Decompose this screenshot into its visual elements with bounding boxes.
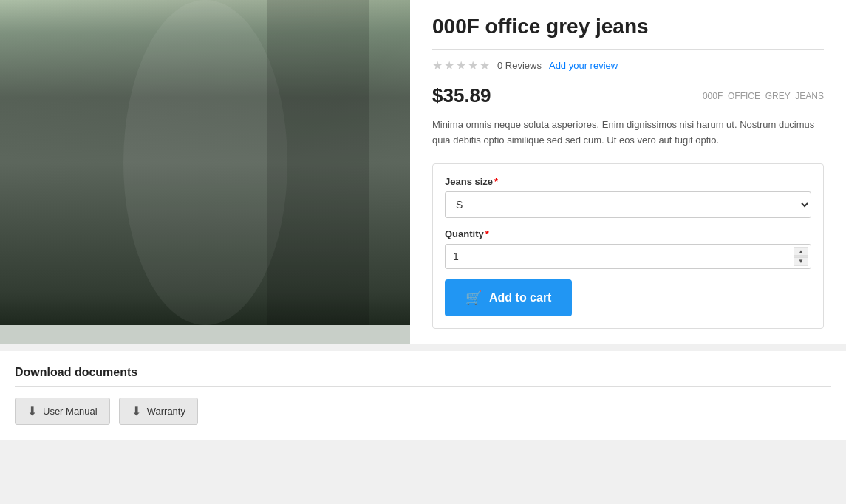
- product-price: $35.89: [432, 84, 491, 107]
- download-section-title: Download documents: [15, 366, 831, 387]
- product-description: Minima omnis neque soluta asperiores. En…: [432, 118, 824, 149]
- options-box: Jeans size* XS S M L XL Quantity*: [432, 163, 824, 329]
- star-3: ★: [456, 58, 466, 72]
- add-to-cart-button[interactable]: 🛒 Add to cart: [445, 279, 572, 316]
- star-1: ★: [432, 58, 443, 72]
- add-review-link[interactable]: Add your review: [549, 60, 618, 71]
- download-section: Download documents ⬇ User Manual ⬇ Warra…: [0, 351, 846, 440]
- quantity-arrows: ▲ ▼: [794, 247, 808, 265]
- quantity-required-star: *: [485, 228, 489, 239]
- quantity-up-arrow[interactable]: ▲: [794, 247, 808, 256]
- reviews-count: 0 Reviews: [497, 60, 542, 71]
- user-manual-label: User Manual: [43, 406, 98, 417]
- star-rating: ★ ★ ★ ★ ★: [432, 58, 490, 72]
- size-label: Jeans size*: [445, 176, 811, 187]
- price-row: $35.89 000F_OFFICE_GREY_JEANS: [432, 84, 824, 107]
- product-image: [0, 0, 410, 325]
- quantity-label: Quantity*: [445, 228, 811, 239]
- product-image-column: [0, 0, 410, 344]
- product-title: 000F office grey jeans: [432, 15, 824, 50]
- size-field-group: Jeans size* XS S M L XL: [445, 176, 811, 228]
- product-details-column: 000F office grey jeans ★ ★ ★ ★ ★ 0 Revie…: [410, 0, 846, 344]
- product-section: 000F office grey jeans ★ ★ ★ ★ ★ 0 Revie…: [0, 0, 846, 344]
- quantity-field-group: Quantity* ▲ ▼: [445, 228, 811, 269]
- download-buttons-row: ⬇ User Manual ⬇ Warranty: [15, 398, 831, 425]
- star-2: ★: [444, 58, 454, 72]
- page-wrapper: 000F office grey jeans ★ ★ ★ ★ ★ 0 Revie…: [0, 0, 846, 440]
- add-to-cart-label: Add to cart: [489, 291, 551, 304]
- warranty-label: Warranty: [147, 406, 185, 417]
- product-sku: 000F_OFFICE_GREY_JEANS: [703, 91, 824, 101]
- reviews-row: ★ ★ ★ ★ ★ 0 Reviews Add your review: [432, 58, 824, 72]
- download-icon-user-manual: ⬇: [27, 404, 37, 418]
- quantity-input-wrap: ▲ ▼: [445, 244, 811, 269]
- size-required-star: *: [494, 176, 498, 187]
- download-user-manual-button[interactable]: ⬇ User Manual: [15, 398, 110, 425]
- quantity-down-arrow[interactable]: ▼: [794, 256, 808, 265]
- quantity-input[interactable]: [445, 244, 811, 269]
- download-icon-warranty: ⬇: [132, 404, 141, 418]
- star-5: ★: [480, 58, 490, 72]
- jeans-image-visual: [0, 0, 410, 325]
- cart-icon: 🛒: [465, 290, 482, 306]
- download-warranty-button[interactable]: ⬇ Warranty: [119, 398, 198, 425]
- size-select[interactable]: XS S M L XL: [445, 191, 811, 218]
- star-4: ★: [468, 58, 478, 72]
